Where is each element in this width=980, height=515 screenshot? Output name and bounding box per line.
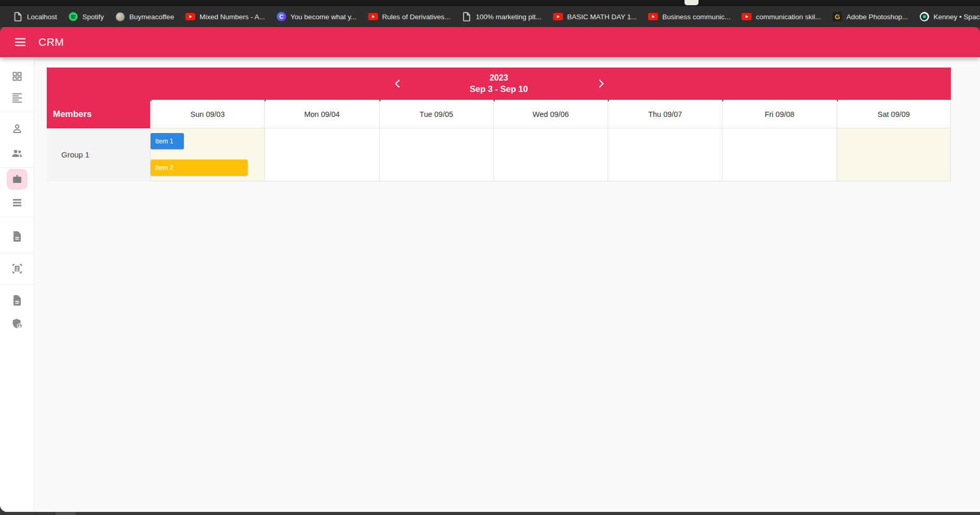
bookmark-item[interactable]: C You become what y... [271, 9, 363, 24]
sidebar-divider [0, 112, 34, 112]
g-letter-icon: G [833, 12, 842, 22]
bookmark-item[interactable]: Rules of Derivatives... [363, 9, 456, 24]
horizontal-scrollbar-thumb[interactable] [56, 512, 75, 515]
bookmarks-bar: Localhost Spotify Buymeacoffee Mixed Num… [0, 6, 980, 27]
avatar-icon [115, 12, 125, 22]
sidebar-item-lists[interactable] [11, 91, 23, 104]
bookmark-item[interactable]: Mixed Numbers - A... [180, 9, 271, 24]
sidebar-item-scanner[interactable] [11, 262, 23, 275]
app-body: 2023 Sep 3 - Sep 10 Members Sun 09/03 Mo… [0, 57, 980, 512]
sidebar-item-team[interactable] [11, 147, 23, 160]
sidebar-item-work-selected[interactable] [11, 173, 23, 186]
day-header-cell: Mon 09/04 [264, 100, 379, 128]
bookmark-label: Adobe Photoshop... [847, 13, 908, 21]
bookmark-label: You become what y... [290, 13, 357, 21]
youtube-icon [742, 12, 751, 22]
day-header-cell: Sat 09/09 [837, 100, 951, 128]
chevron-right-icon [595, 78, 607, 89]
day-header-cell: Thu 09/07 [608, 100, 722, 128]
prev-week-button[interactable] [391, 77, 405, 90]
scheduler-cell-mon[interactable] [264, 128, 379, 181]
page-icon [462, 12, 472, 22]
scheduler-cell-sat[interactable] [837, 128, 951, 181]
page-icon [13, 12, 23, 22]
bookmark-item[interactable]: Spotify [63, 9, 110, 24]
day-header-cell: Fri 09/08 [722, 100, 836, 128]
day-header-cell: Tue 09/05 [379, 100, 493, 128]
page-title: CRM [38, 36, 64, 48]
document-scanner-icon [11, 262, 23, 275]
appointment-item-1[interactable]: Item 1 [151, 133, 184, 149]
sidebar-item-admin[interactable] [11, 318, 23, 330]
youtube-icon [185, 12, 195, 22]
bookmark-label: Rules of Derivatives... [382, 13, 450, 21]
align-left-icon [11, 91, 23, 104]
next-week-button[interactable] [594, 77, 608, 90]
kenney-icon [919, 12, 929, 22]
scheduler-cell-tue[interactable] [379, 128, 493, 181]
hamburger-icon [15, 38, 25, 46]
year-label: 2023 [490, 73, 508, 84]
bookmark-item[interactable]: Kenney • Space Kit [914, 9, 980, 24]
bookmark-label: Kenney • Space Kit [933, 13, 980, 21]
sidebar-item-contact[interactable] [11, 123, 23, 135]
briefcase-icon [11, 173, 23, 186]
bookmark-item[interactable]: Business communic... [642, 9, 736, 24]
sidebar-divider [0, 167, 34, 168]
document-icon [11, 294, 23, 307]
scheduler-cell-thu[interactable] [608, 128, 722, 181]
sidebar-item-reports[interactable] [11, 294, 23, 307]
sidebar-item-documents[interactable] [11, 230, 23, 243]
bookmark-item[interactable]: BASIC MATH DAY 1... [547, 9, 642, 24]
bookmark-item[interactable]: 100% marketing plt... [456, 9, 547, 24]
bookmark-label: communication skil... [756, 13, 821, 21]
shield-person-icon [11, 318, 23, 330]
hamburger-menu-button[interactable] [14, 35, 27, 49]
tab-notch [684, 0, 699, 5]
scheduler-table: Members Sun 09/03 Mon 09/04 Tue 09/05 We… [47, 100, 951, 181]
day-header-cell: Wed 09/06 [493, 100, 608, 128]
youtube-icon [648, 12, 658, 22]
appointment-item-2[interactable]: Item 2 [151, 160, 248, 176]
c-badge-icon: C [276, 12, 286, 22]
dashboard-grid-icon [11, 70, 23, 83]
bookmark-label: Buymeacoffee [129, 13, 174, 21]
scheduler-cell-fri[interactable] [722, 128, 836, 181]
bookmark-item[interactable]: Localhost [7, 9, 63, 24]
group-name-label: Group 1 [47, 128, 150, 181]
people-icon [11, 147, 23, 160]
person-icon [11, 123, 23, 135]
app-header: CRM [0, 27, 980, 57]
spotify-icon [69, 12, 78, 22]
rows-icon [11, 196, 23, 209]
day-header-cell: Sun 09/03 [150, 100, 264, 128]
bookmark-item[interactable]: G Adobe Photoshop... [827, 9, 914, 24]
main-content: 2023 Sep 3 - Sep 10 Members Sun 09/03 Mo… [35, 57, 980, 512]
sidebar [0, 57, 34, 512]
bookmark-label: 100% marketing plt... [476, 13, 542, 21]
scheduler-cell-sun[interactable]: Item 1 Item 2 [150, 128, 264, 181]
scheduler-cell-wed[interactable] [493, 128, 608, 181]
bookmark-label: BASIC MATH DAY 1... [567, 13, 637, 21]
bookmark-label: Business communic... [662, 13, 730, 21]
document-icon [11, 230, 23, 243]
scheduler: 2023 Sep 3 - Sep 10 Members Sun 09/03 Mo… [47, 68, 951, 181]
sidebar-divider [0, 217, 34, 217]
sidebar-divider [0, 284, 34, 285]
bookmark-item[interactable]: communication skil... [736, 9, 826, 24]
bookmark-label: Localhost [27, 13, 57, 21]
members-column-header: Members [47, 100, 150, 128]
youtube-icon [553, 12, 563, 22]
bookmark-item[interactable]: Buymeacoffee [110, 9, 180, 24]
youtube-icon [368, 12, 378, 22]
sidebar-item-dashboard[interactable] [11, 70, 23, 83]
chevron-left-icon [392, 78, 404, 89]
bookmark-label: Spotify [83, 13, 104, 21]
browser-top-strip [0, 0, 980, 6]
sidebar-item-rows[interactable] [11, 196, 23, 209]
date-range-label: Sep 3 - Sep 10 [470, 84, 528, 95]
scheduler-header: 2023 Sep 3 - Sep 10 [47, 68, 951, 100]
bookmark-label: Mixed Numbers - A... [199, 13, 265, 21]
sidebar-divider [0, 253, 34, 254]
